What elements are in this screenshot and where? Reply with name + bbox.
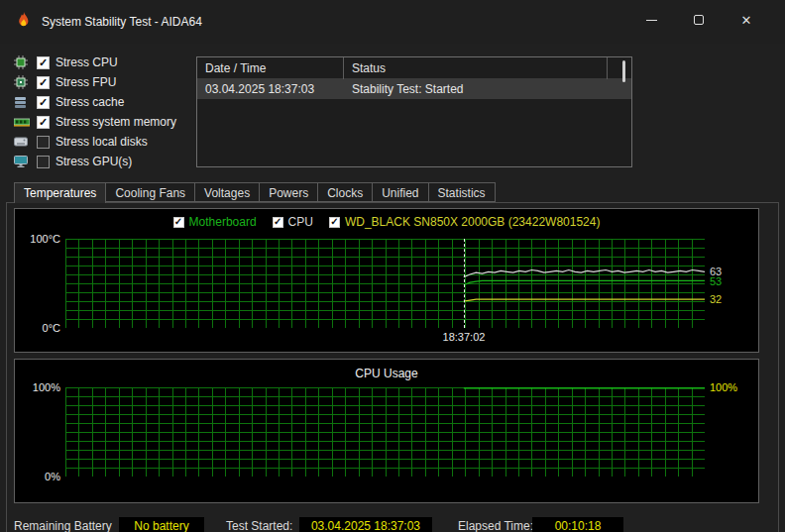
time-cursor-line: [464, 239, 465, 328]
memory-icon: [14, 114, 32, 130]
test-started-label: Test Started:: [226, 519, 292, 532]
tab-voltages[interactable]: Voltages: [194, 182, 260, 202]
stress-memory-checkbox[interactable]: [37, 116, 50, 129]
stress-fpu-row: Stress FPU: [14, 72, 116, 92]
stress-gpu-label[interactable]: Stress GPU(s): [56, 155, 132, 168]
stress-cache-row: Stress cache: [14, 92, 124, 112]
log-row-datetime: 03.04.2025 18:37:03: [197, 82, 344, 96]
cpu-usage-plot: [65, 387, 705, 477]
stress-cache-label[interactable]: Stress cache: [56, 95, 124, 109]
cursor-time-label: 18:37:02: [385, 331, 543, 343]
legend-item-ssd: WD_BLACK SN850X 2000GB (23422W801524): [329, 215, 600, 229]
cpu-usage-chart-panel: CPU Usage 100% 0% 100%: [14, 359, 759, 503]
stress-cache-checkbox[interactable]: [37, 96, 50, 109]
log-col-datetime: Date / Time: [197, 57, 344, 79]
temperature-chart-panel: Motherboard CPU WD_BLACK SN850X 2000GB (…: [14, 208, 759, 353]
maximize-icon: [694, 15, 704, 25]
cache-icon: [14, 94, 32, 110]
test-started-value: 03.04.2025 18:37:03: [299, 517, 432, 532]
legend-item-cpu: CPU: [273, 215, 313, 229]
stress-cpu-checkbox[interactable]: [37, 56, 50, 69]
temp-axis-min-label: 0°C: [21, 322, 60, 334]
legend-cpu-label: CPU: [288, 215, 313, 229]
close-icon: ✕: [741, 14, 752, 27]
tab-cooling-fans[interactable]: Cooling Fans: [105, 182, 195, 202]
log-header: Date / Time Status: [197, 57, 631, 79]
tab-statistics[interactable]: Statistics: [428, 182, 496, 202]
legend-item-motherboard: Motherboard: [173, 215, 257, 229]
legend-ssd-label: WD_BLACK SN850X 2000GB (23422W801524): [345, 215, 600, 229]
gpu-icon: [14, 154, 32, 169]
stress-disks-checkbox[interactable]: [37, 136, 50, 149]
cpu-usage-title: CPU Usage: [15, 367, 758, 380]
battery-label: Remaining Battery: [14, 519, 112, 532]
elapsed-time-label: Elapsed Time:: [458, 519, 533, 532]
legend-cpu-checkbox[interactable]: [273, 217, 283, 228]
fpu-icon: [14, 74, 32, 90]
minimize-button[interactable]: [628, 0, 674, 40]
window-title: System Stability Test - AIDA64: [42, 0, 202, 44]
tab-clocks[interactable]: Clocks: [317, 182, 373, 202]
temp-axis-max-label: 100°C: [21, 233, 60, 245]
minimize-icon: [646, 20, 657, 21]
disk-icon: [14, 134, 32, 150]
log-scrollbar-thumb[interactable]: [622, 60, 625, 82]
motherboard-temp-value: 53: [710, 275, 722, 287]
log-row[interactable]: 03.04.2025 18:37:03 Stability Test: Star…: [197, 79, 631, 99]
status-bar: Remaining Battery No battery Test Starte…: [0, 517, 785, 532]
temperature-plot: [65, 239, 705, 328]
elapsed-time-value: 00:10:18: [532, 517, 623, 532]
aida64-flame-icon: [14, 11, 34, 31]
tab-powers[interactable]: Powers: [259, 182, 318, 202]
usage-axis-min-label: 0%: [21, 471, 60, 482]
titlebar: System Stability Test - AIDA64 ✕: [0, 0, 785, 44]
stress-fpu-checkbox[interactable]: [37, 76, 50, 89]
stress-gpu-checkbox[interactable]: [37, 156, 50, 168]
usage-axis-max-label: 100%: [21, 381, 60, 393]
battery-value: No battery: [119, 517, 204, 532]
legend-ssd-checkbox[interactable]: [329, 217, 340, 228]
maximize-button[interactable]: [676, 0, 722, 40]
log-panel: Date / Time Status 03.04.2025 18:37:03 S…: [196, 56, 632, 167]
close-button[interactable]: ✕: [724, 0, 769, 40]
tab-unified[interactable]: Unified: [372, 182, 428, 202]
log-row-status: Stability Test: Started: [344, 82, 608, 96]
cpu-usage-value: 100%: [710, 381, 737, 393]
log-col-status: Status: [344, 57, 608, 79]
tab-bar: Temperatures Cooling Fans Voltages Power…: [14, 182, 495, 203]
legend-motherboard-checkbox[interactable]: [173, 217, 184, 228]
stress-disks-row: Stress local disks: [14, 132, 148, 152]
stress-cpu-row: Stress CPU: [14, 53, 118, 72]
temperature-legend: Motherboard CPU WD_BLACK SN850X 2000GB (…: [15, 215, 758, 229]
tab-temperatures[interactable]: Temperatures: [14, 182, 106, 203]
system-stability-test-window: System Stability Test - AIDA64 ✕ Stress …: [0, 0, 785, 532]
stress-gpu-row: Stress GPU(s): [14, 152, 132, 171]
stress-memory-row: Stress system memory: [14, 112, 176, 132]
cpu-icon: [14, 54, 32, 70]
stress-disks-label[interactable]: Stress local disks: [56, 135, 148, 149]
legend-motherboard-label: Motherboard: [189, 215, 257, 229]
stress-cpu-label[interactable]: Stress CPU: [56, 55, 118, 69]
ssd-temp-value: 32: [710, 293, 722, 305]
stress-fpu-label[interactable]: Stress FPU: [56, 75, 116, 89]
stress-memory-label[interactable]: Stress system memory: [56, 115, 176, 129]
